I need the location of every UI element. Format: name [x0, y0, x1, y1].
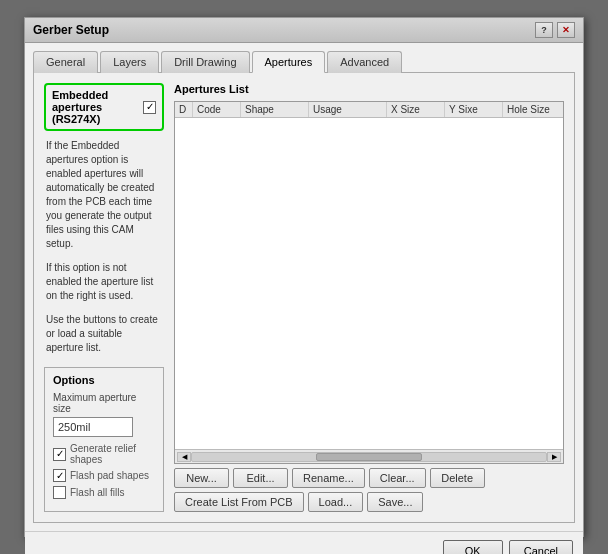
flash-fills-checkbox[interactable]	[53, 486, 66, 499]
desc3: Use the buttons to create or load a suit…	[44, 311, 164, 357]
delete-button[interactable]: Delete	[430, 468, 485, 488]
table-body[interactable]	[175, 118, 563, 449]
bottom-bar: OK Cancel	[25, 531, 583, 554]
tab-drill-drawing[interactable]: Drill Drawing	[161, 51, 249, 73]
generate-relief-label: Generate relief shapes	[70, 443, 155, 465]
scrollbar-track[interactable]	[191, 452, 547, 462]
flash-pad-checkbox[interactable]	[53, 469, 66, 482]
generate-relief-row: Generate relief shapes	[53, 443, 155, 465]
tab-bar: General Layers Drill Drawing Apertures A…	[33, 51, 575, 73]
desc1: If the Embedded apertures option is enab…	[44, 137, 164, 253]
col-d-header: D	[175, 102, 193, 117]
col-ysize-header: Y Sixe	[445, 102, 503, 117]
top-section: Embedded apertures (RS274X) If the Embed…	[44, 83, 564, 512]
title-bar-controls: ? ✕	[535, 22, 575, 38]
create-list-button[interactable]: Create List From PCB	[174, 492, 304, 512]
generate-relief-checkbox[interactable]	[53, 448, 66, 461]
save-button[interactable]: Save...	[367, 492, 423, 512]
buttons-row-2: Create List From PCB Load... Save...	[174, 492, 564, 512]
max-size-input[interactable]	[53, 417, 133, 437]
tab-layers[interactable]: Layers	[100, 51, 159, 73]
options-title: Options	[53, 374, 155, 386]
horizontal-scrollbar[interactable]: ◀ ▶	[175, 449, 563, 463]
flash-pad-row: Flash pad shapes	[53, 469, 155, 482]
right-panel: Apertures List D Code Shape Usage X Size…	[174, 83, 564, 512]
main-content: General Layers Drill Drawing Apertures A…	[25, 43, 583, 531]
col-shape-header: Shape	[241, 102, 309, 117]
col-hole-header: Hole Size	[503, 102, 563, 117]
flash-fills-label: Flash all fills	[70, 487, 124, 498]
col-code-header: Code	[193, 102, 241, 117]
scrollbar-thumb[interactable]	[316, 453, 422, 461]
cancel-button[interactable]: Cancel	[509, 540, 573, 554]
left-panel: Embedded apertures (RS274X) If the Embed…	[44, 83, 164, 512]
desc2: If this option is not enabled the apertu…	[44, 259, 164, 305]
tab-general[interactable]: General	[33, 51, 98, 73]
close-button[interactable]: ✕	[557, 22, 575, 38]
col-usage-header: Usage	[309, 102, 387, 117]
tab-apertures[interactable]: Apertures	[252, 51, 326, 73]
rename-button[interactable]: Rename...	[292, 468, 365, 488]
title-bar: Gerber Setup ? ✕	[25, 18, 583, 43]
embedded-apertures-row: Embedded apertures (RS274X)	[44, 83, 164, 131]
edit-button[interactable]: Edit...	[233, 468, 288, 488]
tab-advanced[interactable]: Advanced	[327, 51, 402, 73]
options-group: Options Maximum aperture size Generate r…	[44, 367, 164, 512]
clear-button[interactable]: Clear...	[369, 468, 426, 488]
new-button[interactable]: New...	[174, 468, 229, 488]
scroll-right-arrow[interactable]: ▶	[547, 452, 561, 462]
flash-pad-label: Flash pad shapes	[70, 470, 149, 481]
embedded-apertures-checkbox[interactable]	[143, 101, 156, 114]
help-button[interactable]: ?	[535, 22, 553, 38]
scroll-left-arrow[interactable]: ◀	[177, 452, 191, 462]
window-title: Gerber Setup	[33, 23, 109, 37]
col-xsize-header: X Size	[387, 102, 445, 117]
load-button[interactable]: Load...	[308, 492, 364, 512]
buttons-row-1: New... Edit... Rename... Clear... Delete	[174, 468, 564, 488]
apertures-tab-content: Embedded apertures (RS274X) If the Embed…	[33, 72, 575, 523]
table-header: D Code Shape Usage X Size Y Sixe Hole Si…	[175, 102, 563, 118]
apertures-table: D Code Shape Usage X Size Y Sixe Hole Si…	[174, 101, 564, 464]
embedded-label: Embedded apertures (RS274X)	[52, 89, 139, 125]
gerber-setup-window: Gerber Setup ? ✕ General Layers Drill Dr…	[24, 17, 584, 537]
flash-fills-row: Flash all fills	[53, 486, 155, 499]
max-size-label: Maximum aperture size	[53, 392, 155, 414]
ok-button[interactable]: OK	[443, 540, 503, 554]
apertures-list-label: Apertures List	[174, 83, 564, 95]
